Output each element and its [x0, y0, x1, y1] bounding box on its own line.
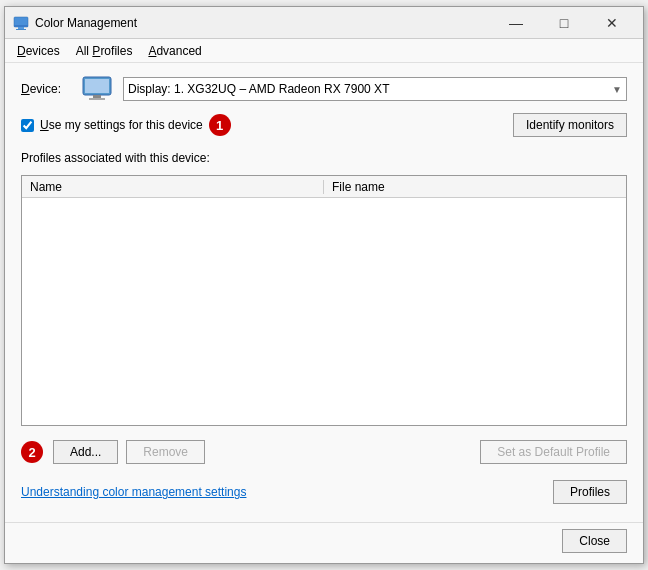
- title-bar: Color Management — □ ✕: [5, 7, 643, 39]
- profiles-button[interactable]: Profiles: [553, 480, 627, 504]
- close-window-button[interactable]: ✕: [589, 8, 635, 38]
- final-row: Close: [5, 522, 643, 563]
- col-filename-header: File name: [324, 180, 626, 194]
- minimize-button[interactable]: —: [493, 8, 539, 38]
- use-settings-checkbox[interactable]: [21, 119, 34, 132]
- profiles-table-body[interactable]: [22, 198, 626, 425]
- dropdown-arrow-icon: ▼: [612, 84, 622, 95]
- device-label: Device:: [21, 82, 71, 96]
- svg-rect-6: [93, 95, 101, 98]
- window-icon: [13, 15, 29, 31]
- profiles-section-label: Profiles associated with this device:: [21, 151, 627, 165]
- identify-monitors-button[interactable]: Identify monitors: [513, 113, 627, 137]
- menu-all-profiles[interactable]: All Profiles: [68, 42, 141, 60]
- bottom-buttons-row: 2 Add... Remove Set as Default Profile: [21, 440, 627, 464]
- checkbox-identify-row: Use my settings for this device 1 Identi…: [21, 113, 627, 137]
- menu-advanced-label: Advanced: [148, 44, 201, 58]
- menu-advanced[interactable]: Advanced: [140, 42, 209, 60]
- device-dropdown-text: Display: 1. XG32UQ – AMD Radeon RX 7900 …: [128, 82, 389, 96]
- remove-button[interactable]: Remove: [126, 440, 205, 464]
- svg-rect-1: [14, 25, 28, 27]
- profiles-table-header: Name File name: [22, 176, 626, 198]
- device-dropdown[interactable]: Display: 1. XG32UQ – AMD Radeon RX 7900 …: [123, 77, 627, 101]
- svg-rect-2: [18, 27, 24, 29]
- badge-1: 1: [209, 114, 231, 136]
- understanding-link[interactable]: Understanding color management settings: [21, 485, 246, 499]
- checkbox-label: Use my settings for this device: [40, 118, 203, 132]
- set-default-button[interactable]: Set as Default Profile: [480, 440, 627, 464]
- menu-devices-label: Devices: [17, 44, 60, 58]
- badge-2: 2: [21, 441, 43, 463]
- monitor-icon: [81, 75, 113, 103]
- maximize-button[interactable]: □: [541, 8, 587, 38]
- svg-rect-7: [89, 98, 105, 100]
- main-content: Device: Display: 1. XG32UQ – AMD Radeon …: [5, 63, 643, 520]
- window-title: Color Management: [35, 16, 493, 30]
- svg-rect-3: [16, 29, 26, 30]
- menu-devices[interactable]: Devices: [9, 42, 68, 60]
- svg-rect-5: [85, 79, 109, 93]
- menu-bar: Devices All Profiles Advanced: [5, 39, 643, 63]
- footer-row: Understanding color management settings …: [21, 480, 627, 508]
- color-management-window: Color Management — □ ✕ Devices All Profi…: [4, 6, 644, 564]
- close-button[interactable]: Close: [562, 529, 627, 553]
- profiles-table: Name File name: [21, 175, 627, 426]
- checkbox-row: Use my settings for this device 1: [21, 114, 231, 136]
- col-name-header: Name: [22, 180, 324, 194]
- menu-all-profiles-label: All Profiles: [76, 44, 133, 58]
- device-row: Device: Display: 1. XG32UQ – AMD Radeon …: [21, 75, 627, 103]
- add-button[interactable]: Add...: [53, 440, 118, 464]
- title-bar-controls: — □ ✕: [493, 8, 635, 38]
